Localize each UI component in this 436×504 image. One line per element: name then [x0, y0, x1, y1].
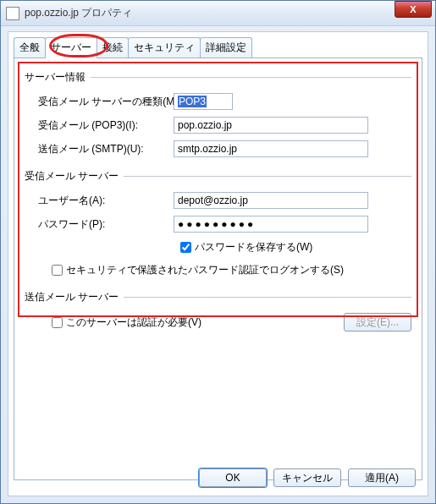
dialog-footer: OK キャンセル 適用(A) — [199, 468, 416, 487]
group-incoming-label: 受信メール サーバー — [25, 169, 119, 184]
auth-required-label: このサーバーは認証が必要(V) — [66, 315, 201, 330]
group-outgoing-server: 送信メール サーバー — [25, 290, 411, 304]
incoming-pop3-label: 受信メール (POP3)(I): — [38, 118, 174, 133]
apply-button[interactable]: 適用(A) — [348, 468, 416, 487]
group-server-info-label: サーバー情報 — [25, 70, 86, 85]
divider — [124, 176, 411, 177]
auth-required-checkbox[interactable] — [52, 317, 63, 328]
close-button[interactable]: X — [395, 1, 432, 18]
group-outgoing-label: 送信メール サーバー — [25, 290, 119, 304]
tab-security[interactable]: セキュリティ — [128, 37, 201, 58]
tab-advanced[interactable]: 詳細設定 — [200, 37, 252, 58]
remember-password-checkbox[interactable] — [180, 242, 191, 253]
outgoing-smtp-label: 送信メール (SMTP)(U): — [38, 142, 174, 156]
group-server-info: サーバー情報 — [25, 70, 411, 85]
spa-label: セキュリティで保護されたパスワード認証でログオンする(S) — [66, 263, 344, 277]
titlebar: pop.ozzio.jp プロパティ X — [1, 1, 435, 26]
outgoing-smtp-input[interactable] — [174, 140, 368, 157]
divider — [124, 297, 411, 298]
group-incoming-server: 受信メール サーバー — [25, 169, 411, 184]
tab-strip: 全般 サーバー 接続 セキュリティ 詳細設定 — [8, 32, 428, 58]
incoming-type-field: POP3 — [174, 93, 233, 110]
spa-checkbox[interactable] — [52, 265, 63, 276]
properties-window: pop.ozzio.jp プロパティ X 全般 サーバー 接続 セキュリティ 詳… — [0, 0, 436, 504]
incoming-type-label: 受信メール サーバーの種類(M): — [38, 95, 174, 109]
tab-panel-server: サーバー情報 受信メール サーバーの種類(M): POP3 受信メール (POP… — [14, 58, 422, 480]
window-title: pop.ozzio.jp プロパティ — [25, 6, 430, 20]
tab-general[interactable]: 全般 — [14, 37, 46, 58]
divider — [91, 77, 411, 78]
password-input[interactable] — [174, 216, 368, 233]
window-icon — [6, 7, 19, 20]
username-label: ユーザー名(A): — [38, 194, 174, 208]
settings-button[interactable]: 設定(E)... — [344, 313, 411, 331]
password-label: パスワード(P): — [38, 217, 174, 232]
username-input[interactable] — [174, 192, 368, 209]
remember-password-label: パスワードを保存する(W) — [195, 240, 312, 255]
tab-connection[interactable]: 接続 — [97, 37, 129, 58]
tab-server[interactable]: サーバー — [45, 37, 97, 58]
incoming-pop3-input[interactable] — [174, 117, 368, 134]
client-area: 全般 サーバー 接続 セキュリティ 詳細設定 サーバー情報 受信メール サーバー… — [8, 31, 428, 496]
cancel-button[interactable]: キャンセル — [273, 468, 341, 487]
ok-button[interactable]: OK — [199, 468, 267, 487]
